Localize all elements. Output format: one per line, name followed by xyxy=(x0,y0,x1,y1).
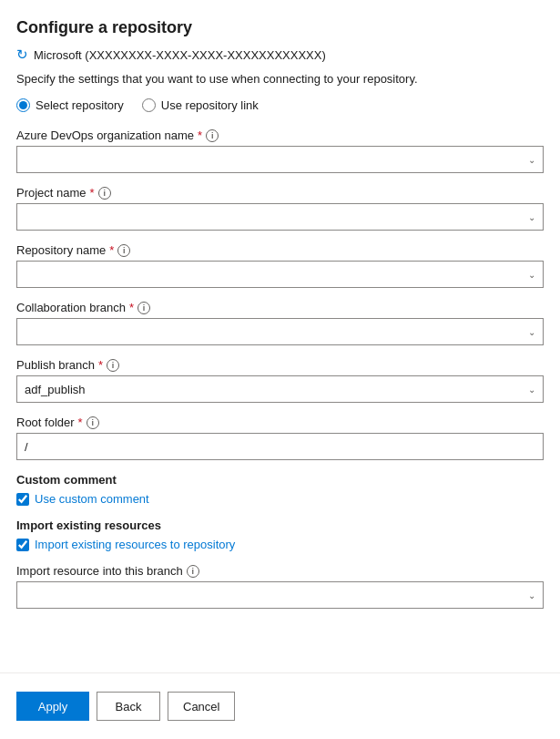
root-folder-input[interactable] xyxy=(16,433,544,460)
account-icon: ↻ xyxy=(16,46,28,63)
publish-branch-dropdown[interactable]: adf_publish ⌄ xyxy=(16,375,544,403)
radio-use-link-label: Use repository link xyxy=(161,98,259,112)
chevron-down-icon: ⌄ xyxy=(528,155,535,165)
field-collaboration-branch: Collaboration branch * i ⌄ xyxy=(16,301,544,345)
import-existing-section-label: Import existing resources xyxy=(16,518,544,532)
custom-comment-section-label: Custom comment xyxy=(16,473,544,487)
import-existing-label: Import existing resources to repository xyxy=(35,538,235,551)
field-project-name: Project name * i ⌄ xyxy=(16,186,544,231)
custom-comment-group: Custom comment Use custom comment xyxy=(16,473,544,506)
footer-buttons: Apply Back Cancel xyxy=(0,692,560,739)
field-publish-branch: Publish branch * i adf_publish ⌄ xyxy=(16,358,544,403)
required-star-repo: * xyxy=(109,243,114,257)
field-collaboration-branch-label: Collaboration branch * i xyxy=(16,301,544,314)
publish-branch-value: adf_publish xyxy=(25,383,86,396)
import-existing-group: Import existing resources Import existin… xyxy=(16,518,544,551)
field-import-branch-label: Import resource into this branch i xyxy=(16,564,544,578)
radio-select-repository-input[interactable] xyxy=(16,98,30,112)
account-label: Microsoft (XXXXXXXX-XXXX-XXXX-XXXXXXXXXX… xyxy=(34,48,326,62)
import-existing-checkbox[interactable] xyxy=(16,539,29,551)
required-star: * xyxy=(198,128,202,142)
field-repository-name-label: Repository name * i xyxy=(16,243,544,257)
radio-use-link-input[interactable] xyxy=(142,98,156,112)
chevron-down-icon-import: ⌄ xyxy=(528,590,535,600)
apply-button[interactable]: Apply xyxy=(16,692,89,721)
use-custom-comment-label: Use custom comment xyxy=(35,492,149,506)
chevron-down-icon-repo: ⌄ xyxy=(528,270,535,280)
radio-group: Select repository Use repository link xyxy=(16,98,544,112)
use-custom-comment-checkbox[interactable] xyxy=(16,493,29,506)
field-publish-branch-label: Publish branch * i xyxy=(16,358,544,372)
field-root-folder: Root folder * i xyxy=(16,416,544,460)
field-azure-devops-org: Azure DevOps organization name * i ⌄ xyxy=(16,128,544,173)
required-star-root: * xyxy=(78,416,83,429)
chevron-down-icon-publish: ⌄ xyxy=(528,385,535,395)
radio-use-link[interactable]: Use repository link xyxy=(142,98,259,112)
chevron-down-icon-collab: ⌄ xyxy=(528,327,535,337)
field-repository-name: Repository name * i ⌄ xyxy=(16,243,544,288)
info-icon-project[interactable]: i xyxy=(98,187,111,200)
chevron-down-icon-project: ⌄ xyxy=(528,212,535,222)
info-icon-repo[interactable]: i xyxy=(117,244,130,257)
field-azure-devops-org-label: Azure DevOps organization name * i xyxy=(16,128,544,142)
info-icon-root[interactable]: i xyxy=(87,416,99,429)
account-row: ↻ Microsoft (XXXXXXXX-XXXX-XXXX-XXXXXXXX… xyxy=(16,46,544,63)
back-button[interactable]: Back xyxy=(97,692,160,721)
footer-divider xyxy=(0,672,560,673)
required-star-collab: * xyxy=(129,301,134,314)
info-icon-collab[interactable]: i xyxy=(137,302,150,314)
field-project-name-label: Project name * i xyxy=(16,186,544,200)
custom-comment-option[interactable]: Use custom comment xyxy=(16,492,544,506)
page-title: Configure a repository xyxy=(16,18,544,37)
azure-devops-org-dropdown[interactable]: ⌄ xyxy=(16,146,544,173)
required-star-project: * xyxy=(90,186,95,200)
repository-name-dropdown[interactable]: ⌄ xyxy=(16,261,544,288)
radio-select-repository[interactable]: Select repository xyxy=(16,98,124,112)
field-root-folder-label: Root folder * i xyxy=(16,416,544,429)
project-name-dropdown[interactable]: ⌄ xyxy=(16,203,544,231)
field-import-branch: Import resource into this branch i ⌄ xyxy=(16,564,544,609)
info-icon-publish[interactable]: i xyxy=(107,359,119,372)
cancel-button[interactable]: Cancel xyxy=(168,692,235,721)
collaboration-branch-dropdown[interactable]: ⌄ xyxy=(16,318,544,345)
info-icon-import-branch[interactable]: i xyxy=(187,565,199,578)
import-existing-option[interactable]: Import existing resources to repository xyxy=(16,538,544,551)
import-branch-dropdown[interactable]: ⌄ xyxy=(16,581,544,609)
info-icon-org[interactable]: i xyxy=(206,129,219,142)
required-star-publish: * xyxy=(98,358,103,372)
radio-select-repository-label: Select repository xyxy=(36,98,124,112)
description-text: Specify the settings that you want to us… xyxy=(16,72,544,86)
